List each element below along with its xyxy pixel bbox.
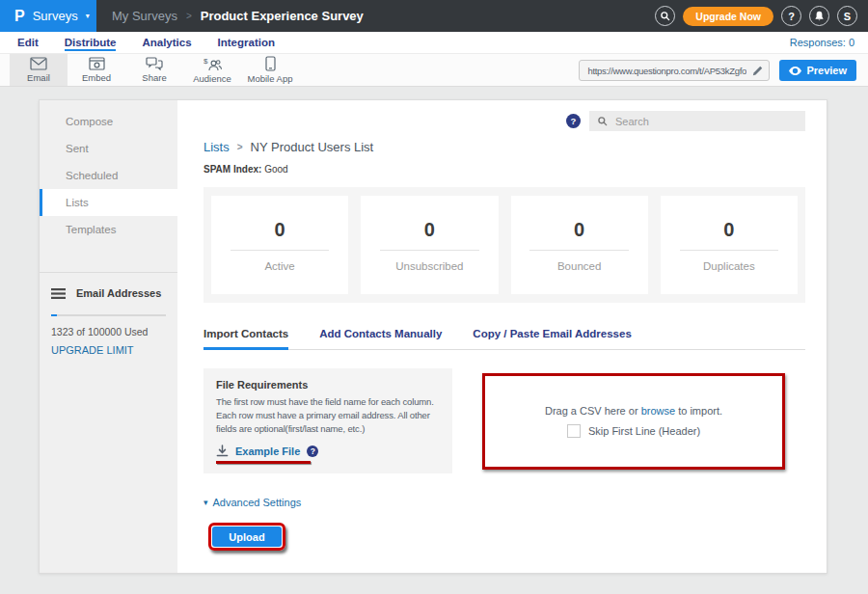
channel-label: Share [142, 72, 166, 83]
distribute-toolbar: Email Embed Share $ Audience Mobile App [0, 53, 868, 87]
survey-url-input[interactable] [585, 65, 748, 77]
bell-icon [814, 11, 825, 22]
usage-progress-fill [51, 314, 57, 316]
channel-share[interactable]: Share [125, 54, 183, 86]
surveys-product-menu[interactable]: P Surveys ▾ [0, 0, 96, 32]
dropzone-text-after: to import. [678, 405, 722, 417]
survey-url-box [579, 60, 770, 81]
search-button[interactable] [655, 6, 675, 26]
skip-first-line-label: Skip First Line (Header) [588, 425, 700, 437]
stat-card-duplicates: 0 Duplicates [661, 196, 798, 294]
spam-index-value: Good [264, 164, 287, 175]
advanced-settings-toggle[interactable]: ▾ Advanced Settings [203, 497, 805, 508]
csv-dropzone[interactable]: Drag a CSV here or browse to import. Ski… [482, 373, 785, 470]
sidebar-item-scheduled[interactable]: Scheduled [40, 162, 177, 189]
top-bar: P Surveys ▾ My Surveys > Product Experie… [0, 0, 868, 32]
file-requirements-title: File Requirements [216, 379, 440, 391]
skip-first-line-checkbox[interactable] [567, 424, 581, 438]
avatar-letter: S [844, 11, 851, 22]
stat-label: Duplicates [703, 260, 755, 272]
phone-icon [265, 56, 276, 71]
embed-window-icon [89, 57, 105, 70]
search-input[interactable] [613, 115, 798, 128]
product-menu-label: Surveys [33, 9, 78, 23]
download-icon [216, 445, 229, 457]
breadcrumb-lists-link[interactable]: Lists [203, 140, 230, 154]
list-name: NY Product Users List [251, 140, 374, 154]
search-icon [660, 11, 670, 21]
envelope-icon [30, 57, 47, 70]
breadcrumb-my-surveys[interactable]: My Surveys [112, 9, 177, 23]
example-file-help-badge[interactable]: ? [307, 446, 318, 457]
nav-item-analytics[interactable]: Analytics [142, 35, 191, 51]
file-requirements-box: File Requirements The first row must hav… [203, 368, 452, 473]
sidebar-item-templates[interactable]: Templates [40, 216, 177, 243]
sidebar-item-lists[interactable]: Lists [40, 189, 177, 216]
stat-card-unsubscribed: 0 Unsubscribed [361, 196, 498, 294]
stat-label: Active [264, 260, 294, 272]
question-icon: ? [311, 446, 315, 456]
topbar-actions: Upgrade Now ? S [655, 0, 868, 32]
list-stats: 0 Active 0 Unsubscribed 0 Bounced 0 [203, 187, 805, 303]
sidebar-item-compose[interactable]: Compose [40, 108, 177, 135]
account-avatar[interactable]: S [837, 6, 857, 26]
breadcrumb-separator: > [186, 11, 192, 21]
stat-card-bounced: 0 Bounced [511, 196, 648, 294]
channel-audience[interactable]: $ Audience [183, 54, 241, 86]
list-icon [51, 288, 66, 299]
stat-value: 0 [574, 219, 584, 241]
audience-people-icon: $ [203, 57, 222, 71]
upload-button[interactable]: Upload [212, 526, 282, 547]
stat-divider [529, 250, 628, 251]
breadcrumb-separator: > [237, 142, 243, 152]
stat-value: 0 [424, 219, 435, 241]
caret-down-icon: ▾ [203, 498, 208, 507]
tab-copy-paste-email-addresses[interactable]: Copy / Paste Email Addresses [473, 328, 631, 350]
question-icon: ? [788, 11, 795, 22]
channel-embed[interactable]: Embed [68, 54, 125, 86]
eye-icon [789, 67, 801, 75]
stat-divider [380, 250, 478, 251]
browse-link[interactable]: browse [641, 405, 675, 417]
preview-button[interactable]: Preview [779, 60, 856, 81]
channel-label: Audience [193, 73, 231, 84]
email-addresses-title: Email Addresses [76, 287, 161, 299]
page-title: Product Experience Survey [201, 9, 364, 23]
search-row: ? [203, 111, 805, 131]
advanced-settings-label: Advanced Settings [213, 497, 302, 508]
pencil-icon[interactable] [752, 66, 763, 76]
list-breadcrumb: Lists > NY Product Users List [203, 140, 805, 154]
breadcrumb: My Surveys > Product Experience Survey [112, 0, 364, 32]
question-icon: ? [571, 116, 577, 126]
spam-index: SPAM Index: Good [203, 164, 805, 175]
upgrade-now-button[interactable]: Upgrade Now [683, 7, 773, 26]
nav-item-edit[interactable]: Edit [17, 35, 39, 51]
channel-label: Email [27, 72, 50, 83]
responses-count-link[interactable]: Responses: 0 [790, 37, 854, 48]
notifications-button[interactable] [809, 6, 829, 26]
email-addresses-header: Email Addresses [51, 287, 166, 299]
help-button[interactable]: ? [781, 6, 801, 26]
channel-label: Embed [82, 72, 111, 83]
preview-label: Preview [806, 65, 847, 76]
annotation-upload-highlight: Upload [208, 523, 285, 551]
stat-value: 0 [275, 219, 285, 241]
search-icon [597, 116, 608, 126]
help-badge[interactable]: ? [566, 114, 581, 128]
stat-card-active: 0 Active [211, 196, 348, 294]
upgrade-limit-link[interactable]: UPGRADE LIMIT [51, 344, 166, 356]
file-requirements-body: The first row must have the field name f… [216, 395, 440, 435]
email-distribution-panel: Compose Sent Scheduled Lists Templates E… [39, 99, 827, 574]
example-file-link[interactable]: Example File [235, 446, 300, 457]
import-content: File Requirements The first row must hav… [203, 368, 805, 473]
channel-email[interactable]: Email [10, 54, 68, 86]
example-file-row: Example File ? [216, 445, 440, 457]
nav-item-distribute[interactable]: Distribute [65, 35, 117, 51]
channel-mobile-app[interactable]: Mobile App [241, 54, 299, 86]
tab-import-contacts[interactable]: Import Contacts [203, 328, 288, 350]
nav-item-integration[interactable]: Integration [218, 35, 275, 51]
stat-divider [231, 250, 329, 251]
dropzone-text: Drag a CSV here or browse to import. [545, 405, 722, 417]
sidebar-item-sent[interactable]: Sent [40, 135, 177, 162]
tab-add-contacts-manually[interactable]: Add Contacts Manually [319, 328, 442, 350]
